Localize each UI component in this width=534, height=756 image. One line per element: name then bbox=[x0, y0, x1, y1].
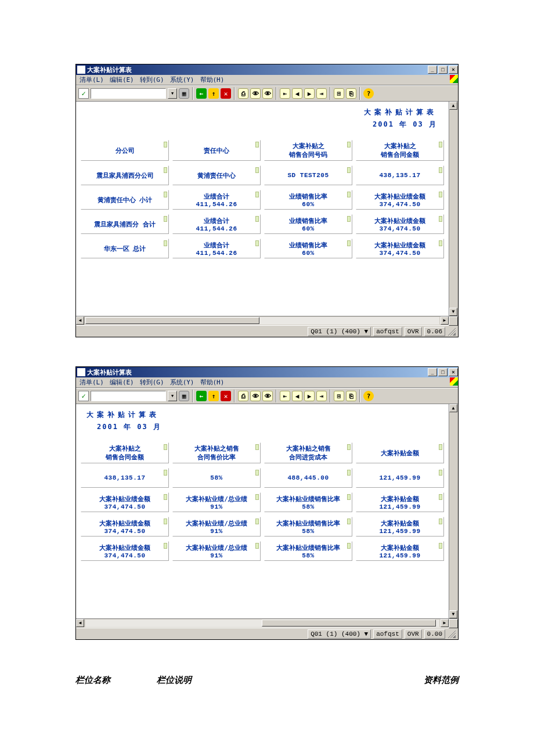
print-icon[interactable]: ⎙ bbox=[238, 391, 248, 401]
menu-list[interactable]: 清单(L) bbox=[80, 378, 104, 387]
cell-text: 分公司 bbox=[116, 146, 135, 155]
cell-text: 大案补贴业绩金额 bbox=[99, 495, 150, 503]
report-title: 大案补贴计算表 bbox=[76, 404, 449, 422]
horizontal-scrollbar[interactable]: ◀ ▶ bbox=[76, 618, 458, 628]
session-icon[interactable]: ⊞ bbox=[334, 391, 344, 401]
command-dropdown[interactable]: ▼ bbox=[168, 391, 177, 401]
scroll-right-icon[interactable]: ▶ bbox=[441, 619, 449, 627]
maximize-button[interactable]: □ bbox=[438, 66, 448, 74]
print-icon[interactable]: ⎙ bbox=[238, 88, 248, 99]
table-cell: 488,445.00 bbox=[264, 468, 352, 488]
resize-grip-icon[interactable] bbox=[448, 327, 456, 336]
next-page-icon[interactable]: ▶ bbox=[304, 391, 315, 401]
titlebar: 大案补贴计算表 _ □ × bbox=[76, 64, 458, 75]
first-page-icon[interactable]: ⇤ bbox=[280, 88, 290, 99]
scroll-down-icon[interactable]: ▼ bbox=[449, 610, 457, 618]
exit-icon[interactable]: ↑ bbox=[208, 88, 219, 99]
menu-help[interactable]: 帮助(H) bbox=[200, 75, 225, 84]
sap-logo-icon bbox=[450, 75, 458, 83]
find-next-icon[interactable]: 👁 bbox=[262, 88, 273, 99]
find-next-icon[interactable]: 👁 bbox=[262, 391, 273, 401]
minimize-button[interactable]: _ bbox=[428, 368, 437, 376]
menu-goto[interactable]: 转到(G) bbox=[140, 75, 164, 84]
cell-marker-icon bbox=[439, 216, 442, 222]
back-icon[interactable]: ← bbox=[196, 391, 207, 401]
help-icon[interactable]: ? bbox=[363, 88, 374, 99]
scroll-thumb[interactable] bbox=[262, 620, 436, 627]
session-icon[interactable]: ⊞ bbox=[334, 88, 344, 99]
minimize-button[interactable]: _ bbox=[428, 66, 437, 74]
status-session[interactable]: Q01 (1) (400) ▼ bbox=[308, 629, 371, 639]
scroll-up-icon[interactable]: ▲ bbox=[449, 404, 457, 412]
cell-marker-icon bbox=[164, 494, 167, 500]
vertical-scrollbar[interactable]: ▲ ▼ bbox=[449, 102, 458, 316]
enter-button[interactable]: ✓ bbox=[78, 88, 89, 99]
menu-goto[interactable]: 转到(G) bbox=[140, 378, 164, 387]
menu-help[interactable]: 帮助(H) bbox=[200, 378, 225, 387]
table-cell: 业绩销售比率60% bbox=[264, 214, 352, 234]
maximize-button[interactable]: □ bbox=[438, 368, 448, 376]
command-dropdown[interactable]: ▼ bbox=[168, 88, 177, 99]
vertical-scrollbar[interactable]: ▲ ▼ bbox=[449, 404, 458, 618]
scroll-left-icon[interactable]: ◀ bbox=[76, 316, 84, 325]
first-page-icon[interactable]: ⇤ bbox=[280, 391, 290, 401]
cell-marker-icon bbox=[164, 470, 167, 476]
prev-page-icon[interactable]: ◀ bbox=[292, 391, 302, 401]
cell-value: 销售合同号码 bbox=[289, 150, 327, 159]
close-button[interactable]: × bbox=[449, 66, 458, 74]
cell-text: 大案补贴业绩/总业绩 bbox=[186, 495, 247, 503]
next-page-icon[interactable]: ▶ bbox=[304, 88, 315, 99]
scroll-up-icon[interactable]: ▲ bbox=[449, 102, 457, 110]
last-page-icon[interactable]: ⇥ bbox=[316, 88, 327, 99]
cell-marker-icon bbox=[439, 470, 442, 476]
last-page-icon[interactable]: ⇥ bbox=[316, 391, 327, 401]
cell-text: 大案补贴业绩/总业绩 bbox=[186, 519, 247, 528]
resize-grip-icon[interactable] bbox=[448, 630, 456, 638]
cell-text: 大案补贴业绩金额 bbox=[99, 543, 150, 552]
cell-marker-icon bbox=[347, 240, 351, 246]
cell-marker-icon bbox=[439, 240, 442, 246]
table-row: 震旦家具浦西分 合计业绩合计411,544.26业绩销售比率60%大案补贴业绩金… bbox=[81, 214, 444, 234]
exit-icon[interactable]: ↑ bbox=[208, 391, 219, 401]
enter-button[interactable]: ✓ bbox=[78, 391, 89, 401]
cell-text: 业绩合计 bbox=[204, 241, 229, 250]
command-field[interactable] bbox=[91, 88, 166, 99]
cell-text: 大案补贴业绩金额 bbox=[374, 217, 425, 225]
cell-text: 大案补贴金额 bbox=[381, 449, 419, 458]
prev-page-icon[interactable]: ◀ bbox=[292, 88, 302, 99]
scroll-right-icon[interactable]: ▶ bbox=[441, 316, 449, 325]
close-button[interactable]: × bbox=[449, 368, 458, 376]
cell-value: 58% bbox=[302, 552, 314, 559]
shortcut-icon[interactable]: ⎘ bbox=[346, 391, 356, 401]
table-cell: 业绩合计411,544.26 bbox=[172, 214, 261, 234]
cell-value: 91% bbox=[210, 552, 222, 559]
status-session[interactable]: Q01 (1) (400) ▼ bbox=[308, 327, 371, 336]
back-icon[interactable]: ← bbox=[196, 88, 207, 99]
command-field[interactable] bbox=[91, 391, 166, 401]
shortcut-icon[interactable]: ⎘ bbox=[346, 88, 356, 99]
scroll-thumb[interactable] bbox=[85, 317, 259, 324]
table-cell: 黄浦责任中心 bbox=[172, 165, 261, 185]
table-cell: 大案补贴业绩金额374,474.50 bbox=[81, 492, 169, 512]
menu-system[interactable]: 系统(Y) bbox=[170, 75, 194, 84]
save-icon[interactable]: ▦ bbox=[179, 391, 189, 401]
status-time: 0.00 bbox=[424, 629, 445, 639]
table-cell: 大案补贴业绩/总业绩91% bbox=[172, 492, 261, 512]
cancel-icon[interactable]: ✕ bbox=[221, 391, 231, 401]
cancel-icon[interactable]: ✕ bbox=[221, 88, 231, 99]
table-cell: 大案补贴业绩销售比率58% bbox=[264, 541, 352, 561]
find-icon[interactable]: 👁 bbox=[250, 391, 261, 401]
table-cell: 438,135.17 bbox=[356, 165, 444, 185]
save-icon[interactable]: ▦ bbox=[179, 88, 189, 99]
find-icon[interactable]: 👁 bbox=[250, 88, 261, 99]
menu-edit[interactable]: 编辑(E) bbox=[110, 378, 134, 387]
help-icon[interactable]: ? bbox=[363, 391, 374, 401]
horizontal-scrollbar[interactable]: ◀ ▶ bbox=[76, 316, 458, 325]
menu-edit[interactable]: 编辑(E) bbox=[110, 75, 134, 84]
cell-marker-icon bbox=[347, 216, 351, 222]
table-cell: 大案补贴业绩金额374,474.50 bbox=[356, 239, 444, 258]
menu-list[interactable]: 清单(L) bbox=[80, 75, 104, 84]
menu-system[interactable]: 系统(Y) bbox=[170, 378, 194, 387]
scroll-left-icon[interactable]: ◀ bbox=[76, 619, 84, 627]
scroll-down-icon[interactable]: ▼ bbox=[449, 308, 457, 316]
